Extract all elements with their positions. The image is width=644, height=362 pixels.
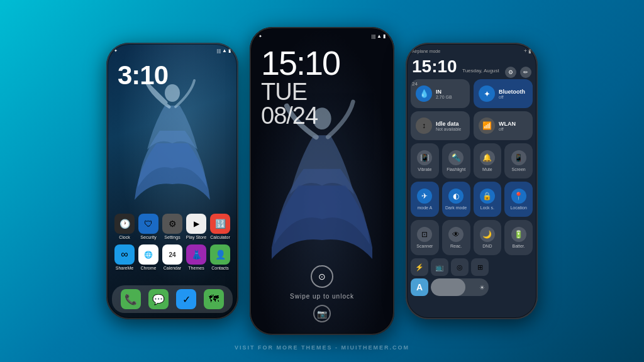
swipe-text: Swipe up to unlock [290, 293, 354, 300]
center-date: 08/24 [261, 104, 340, 128]
grid-tile[interactable]: ⊞ [471, 258, 489, 276]
location-icon: 📍 [511, 189, 526, 204]
mute-tile[interactable]: 🔔 Mute [474, 143, 502, 178]
letter-a-button[interactable]: A [411, 278, 428, 296]
edit-icon[interactable]: ✏ [520, 67, 531, 78]
flashlight-tile[interactable]: 🔦 Flashlight [442, 143, 470, 178]
dnd-tile[interactable]: 🌙 DND [474, 220, 502, 255]
brightness-icon: ☀ [479, 284, 485, 291]
data-tile[interactable]: 💧 IN 2.70 GB [411, 79, 470, 108]
cc-small-row-3: ⊡ Scanner 👁 Reac. 🌙 DND 🔋 Batter. [411, 220, 533, 255]
bottom-left-col: ⚡ 📺 ◎ ⊞ [411, 258, 489, 296]
vibrate-tile[interactable]: 📳 Vibrate [411, 143, 439, 178]
app-settings[interactable]: ⚙ Settings [161, 214, 184, 239]
cc-grid: 💧 IN 2.70 GB ✦ Bluetooth off [411, 79, 533, 296]
battery-icon: ▮ [228, 48, 231, 53]
flashlight-label: Flashlight [447, 167, 465, 172]
lockscreen-tile[interactable]: 🔒 Lock s. [474, 182, 502, 217]
brightness-slider[interactable]: ☀ [431, 278, 489, 296]
battery-tile[interactable]: 🔋 Batter. [504, 220, 533, 255]
flash-tile[interactable]: ⚡ [411, 258, 428, 276]
app-calendar-label: Calendar [164, 266, 181, 270]
dock-phone[interactable]: 📞 [121, 289, 141, 309]
bluetooth-tile[interactable]: ✦ Bluetooth off [474, 79, 533, 108]
scanner-tile[interactable]: ⊡ Scanner [411, 220, 439, 255]
wlan-icon: 📶 [479, 118, 495, 134]
center-status-bar: ✦ ||| ▲ ▮ [258, 33, 386, 39]
right-status-icons: + ▮ [524, 48, 531, 54]
right-header-icons: ⚙ ✏ [505, 67, 531, 78]
app-themes-label: Themes [188, 266, 204, 270]
darkmode-icon: ◐ [448, 189, 464, 204]
bluetooth-tile-title: Bluetooth [499, 89, 525, 95]
dock-maps[interactable]: 🗺 [204, 289, 224, 309]
app-chrome[interactable]: 🌐 Chrome [137, 244, 160, 270]
app-clock[interactable]: 🕐 Clock [113, 214, 136, 239]
mute-icon: 🔔 [480, 150, 495, 165]
airplane-mode-label: Airplane mode [412, 49, 440, 53]
mute-label: Mute [482, 167, 492, 172]
bottom-bottom-row: A ☀ [411, 278, 489, 296]
right-add-icon: + [524, 48, 527, 54]
app-calculator[interactable]: 🔢 Calculator [209, 214, 231, 239]
app-shareme-icon: ∞ [114, 244, 135, 265]
idle-data-text: Idle data Not available [436, 121, 461, 131]
app-playstore[interactable]: ▶ Play Store [185, 214, 208, 239]
phones-container: ✦ ||| ▲ ▮ 3:10 🕐 Clock 🛡 [0, 0, 644, 362]
bluetooth-tile-text: Bluetooth off [499, 89, 525, 99]
app-playstore-icon: ▶ [186, 214, 206, 234]
phone-center-screen: ✦ ||| ▲ ▮ 15:10 TUE 08/24 ⊙ Swipe up to … [250, 27, 394, 335]
dnd-icon: 🌙 [480, 227, 495, 242]
center-bottom: ⊙ Swipe up to unlock 📷 [250, 265, 394, 322]
app-chrome-label: Chrome [141, 266, 157, 270]
app-themes[interactable]: 👗 Themes [185, 244, 208, 270]
app-clock-icon: 🕐 [114, 214, 135, 234]
app-security[interactable]: 🛡 Security [137, 214, 160, 239]
dock-messages[interactable]: 💬 [148, 289, 169, 309]
lock-icon: 🔒 [480, 189, 495, 204]
app-calculator-label: Calculator [210, 235, 230, 239]
app-contacts[interactable]: 👤 Contacts [209, 244, 231, 270]
signal-icon: ||| [217, 48, 221, 53]
center-signal-icon: ||| [372, 33, 375, 39]
left-time: 3:10 [118, 60, 168, 90]
darkmode-label: Dark mode [445, 206, 467, 210]
app-row-1: 🕐 Clock 🛡 Security ⚙ Settings ▶ Play Sto… [113, 214, 232, 239]
dock: 📞 💬 ✓ 🗺 [112, 285, 233, 313]
idle-data-icon: ↕ [416, 118, 432, 134]
darkmode-tile[interactable]: ◐ Dark mode [442, 182, 470, 217]
airplane-tile[interactable]: ✈ mode A [411, 182, 439, 217]
wifi-icon: ▲ [222, 48, 227, 53]
app-themes-icon: 👗 [186, 244, 206, 265]
app-calendar[interactable]: 24 Calendar [161, 244, 184, 270]
screen-tile[interactable]: 📱 Screen [504, 143, 533, 178]
app-calendar-icon: 24 [162, 244, 182, 265]
app-row-2: ∞ ShareMe 🌐 Chrome 24 Calendar 👗 Themes [113, 244, 232, 270]
cc-row-2: ↕ Idle data Not available 📶 WLAN off [411, 111, 533, 140]
left-bluetooth-icon: ✦ [114, 48, 118, 53]
phone-right-screen: Airplane mode + ▮ 15:10 Tuesday, August … [406, 43, 538, 319]
app-calculator-icon: 🔢 [210, 214, 230, 234]
focus-tile[interactable]: ◎ [451, 258, 469, 276]
center-battery-icon: ▮ [383, 33, 386, 39]
app-shareme[interactable]: ∞ ShareMe [113, 244, 136, 270]
dock-app3[interactable]: ✓ [176, 289, 196, 309]
screen2-tile[interactable]: 📺 [431, 258, 448, 276]
bluetooth-tile-icon: ✦ [479, 85, 495, 102]
app-contacts-icon: 👤 [210, 244, 230, 265]
reader-tile[interactable]: 👁 Reac. [442, 220, 470, 255]
screen-icon: 📱 [511, 150, 526, 165]
reader-icon: 👁 [448, 227, 464, 242]
data-tile-icon: 💧 [416, 85, 432, 102]
wlan-tile[interactable]: 📶 WLAN off [474, 111, 533, 140]
center-day: TUE [261, 80, 340, 104]
settings-icon[interactable]: ⚙ [505, 67, 516, 78]
app-grid: 🕐 Clock 🛡 Security ⚙ Settings ▶ Play Sto… [106, 214, 238, 275]
dnd-label: DND [482, 244, 492, 248]
camera-button[interactable]: ⊙ [311, 265, 333, 288]
center-time: 15:10 [261, 46, 340, 80]
flashlight-icon: 🔦 [448, 150, 464, 165]
idle-data-tile[interactable]: ↕ Idle data Not available [411, 111, 470, 140]
cc-bottom-row: ⚡ 📺 ◎ ⊞ [411, 258, 533, 296]
location-tile[interactable]: 📍 Location [504, 182, 533, 217]
